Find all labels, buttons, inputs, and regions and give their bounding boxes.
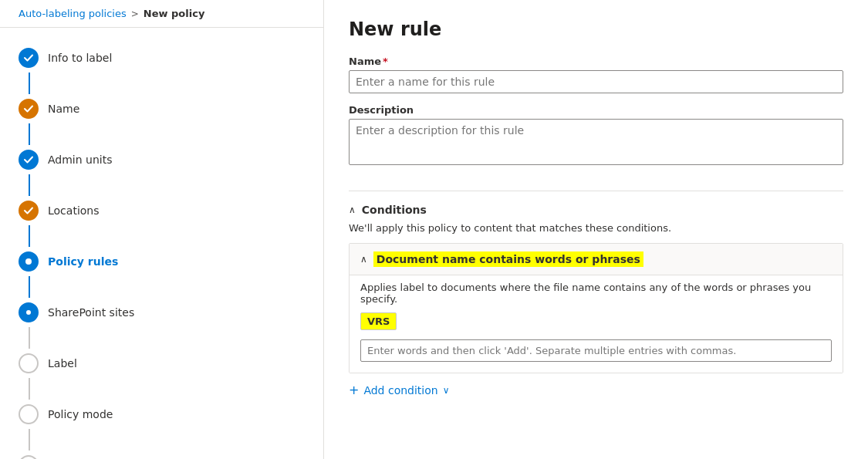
breadcrumb-link[interactable]: Auto-labeling policies [19, 8, 127, 19]
connector-5 [29, 276, 30, 298]
conditions-title: Conditions [362, 204, 427, 216]
condition-description: Applies label to documents where the fil… [360, 282, 832, 305]
step-label-policy-rules: Policy rules [48, 251, 118, 272]
step-locations[interactable]: Locations [19, 196, 305, 225]
add-condition-chevron-icon: ∨ [443, 385, 450, 396]
step-icon-info-to-label [19, 48, 39, 68]
step-info-to-label[interactable]: Info to label [19, 43, 305, 73]
description-label: Description [349, 104, 843, 116]
step-label-step[interactable]: Label [19, 349, 305, 378]
step-label-sharepoint-sites: SharePoint sites [48, 302, 134, 322]
step-icon-finish [19, 455, 39, 459]
condition-card-body: Applies label to documents where the fil… [350, 275, 843, 373]
step-icon-label [19, 353, 39, 373]
add-condition-row[interactable]: + Add condition ∨ [349, 383, 843, 397]
connector-3 [29, 174, 30, 196]
main-content: New rule Name* Description ∧ Conditions … [324, 0, 868, 459]
connector-7 [29, 378, 30, 400]
step-label-locations: Locations [48, 201, 100, 221]
tags-container: VRS [360, 312, 832, 335]
condition-card-title: Document name contains words or phrases [373, 251, 643, 267]
step-label-admin-units: Admin units [48, 150, 113, 170]
section-divider [349, 191, 843, 191]
svg-point-1 [26, 310, 31, 315]
condition-collapse-icon: ∧ [360, 254, 367, 265]
connector-4 [29, 225, 30, 247]
add-condition-label[interactable]: Add condition [363, 384, 437, 397]
breadcrumb-separator: > [131, 8, 139, 19]
step-finish[interactable]: Finish [19, 451, 305, 459]
step-label-name: Name [48, 99, 79, 119]
condition-card: ∧ Document name contains words or phrase… [349, 243, 843, 373]
step-label-label: Label [48, 353, 77, 373]
step-icon-policy-rules [19, 251, 39, 272]
connector-2 [29, 123, 30, 145]
steps-container: Info to label Name Admin units Locations [0, 28, 323, 459]
name-input[interactable] [349, 70, 843, 93]
step-name[interactable]: Name [19, 94, 305, 123]
svg-point-0 [25, 258, 32, 265]
conditions-collapse-icon: ∧ [349, 204, 356, 215]
name-field-container: Name* [349, 56, 843, 104]
step-label-policy-mode: Policy mode [48, 404, 113, 424]
step-label-info-to-label: Info to label [48, 48, 112, 68]
step-icon-locations [19, 201, 39, 221]
step-icon-name [19, 99, 39, 119]
step-label-finish: Finish [48, 455, 79, 459]
add-condition-plus-icon: + [349, 383, 359, 397]
name-label: Name* [349, 56, 843, 67]
connector-1 [29, 73, 30, 94]
step-admin-units[interactable]: Admin units [19, 145, 305, 174]
breadcrumb: Auto-labeling policies > New policy [0, 0, 323, 28]
step-policy-rules[interactable]: Policy rules [19, 247, 305, 276]
step-icon-sharepoint-sites [19, 302, 39, 322]
step-icon-admin-units [19, 150, 39, 170]
conditions-header[interactable]: ∧ Conditions [349, 204, 843, 216]
description-input[interactable] [349, 119, 843, 165]
step-policy-mode[interactable]: Policy mode [19, 400, 305, 429]
connector-8 [29, 429, 30, 451]
page-title: New rule [349, 19, 843, 40]
step-sharepoint-sites[interactable]: SharePoint sites [19, 298, 305, 327]
words-input[interactable] [360, 339, 832, 362]
connector-6 [29, 327, 30, 349]
description-field-container: Description [349, 104, 843, 178]
tag-vrs[interactable]: VRS [360, 312, 397, 330]
step-icon-policy-mode [19, 404, 39, 424]
condition-card-header[interactable]: ∧ Document name contains words or phrase… [350, 244, 843, 275]
conditions-description: We'll apply this policy to content that … [349, 222, 843, 234]
sidebar: Auto-labeling policies > New policy Info… [0, 0, 324, 459]
breadcrumb-current: New policy [144, 8, 205, 19]
